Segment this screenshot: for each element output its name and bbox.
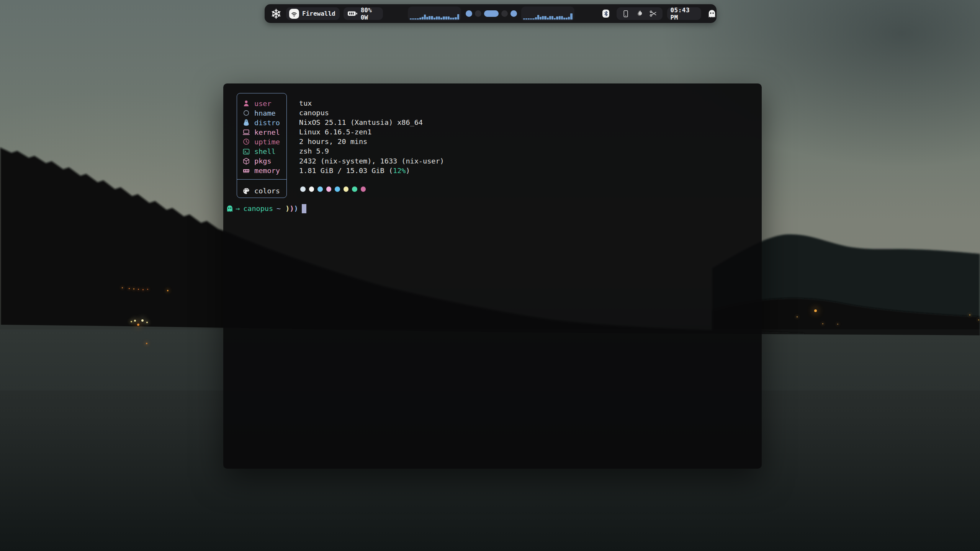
firewall-label: Firewalld bbox=[302, 10, 335, 17]
bluetooth-button[interactable] bbox=[602, 10, 610, 18]
cpu-graph-module[interactable] bbox=[408, 7, 461, 21]
firewall-module[interactable]: Firewalld bbox=[286, 7, 340, 20]
workspace-1[interactable] bbox=[466, 10, 472, 17]
clock-module[interactable]: 05:43 PM bbox=[667, 7, 701, 20]
graph-bar bbox=[525, 18, 527, 20]
fastfetch-row-user: user bbox=[242, 99, 286, 108]
fastfetch-row-memory: memory bbox=[242, 166, 286, 175]
workspace-indicators bbox=[466, 10, 517, 17]
graph-bar bbox=[414, 18, 416, 20]
palette-dot-3 bbox=[317, 186, 323, 192]
palette-icon bbox=[242, 187, 250, 195]
prompt-chevrons: ))) bbox=[285, 204, 298, 213]
workspace-3-active[interactable] bbox=[484, 10, 499, 17]
fastfetch-value-pkgs: 2432 (nix-system), 1633 (nix-user) bbox=[299, 156, 444, 166]
value-part: 12% bbox=[393, 167, 406, 175]
user-icon bbox=[242, 100, 250, 107]
value-part: ) bbox=[406, 167, 410, 175]
fastfetch-value-kernel: Linux 6.16.5-zen1 bbox=[299, 127, 444, 137]
distant-light bbox=[167, 290, 169, 291]
distant-light bbox=[122, 287, 123, 288]
fastfetch-value-uptime: 2 hours, 20 mins bbox=[299, 137, 444, 146]
fastfetch-info-box: userhnamedistrokerneluptimeshellpkgsmemo… bbox=[237, 93, 287, 198]
workspace-2[interactable] bbox=[475, 10, 481, 17]
distant-light bbox=[146, 322, 148, 323]
prompt-host: canopus bbox=[243, 204, 273, 213]
battery-label: 80% 0W bbox=[361, 7, 379, 21]
battery-module[interactable]: 80% 0W bbox=[344, 7, 383, 20]
scissors-icon[interactable] bbox=[649, 10, 657, 18]
desktop: Firewalld 80% 0W 05:43 PM userhnamedistr… bbox=[0, 0, 980, 551]
graph-bar bbox=[438, 16, 440, 20]
graph-bar bbox=[419, 18, 421, 20]
package-icon bbox=[242, 157, 250, 165]
flame-icon[interactable] bbox=[635, 10, 643, 18]
fastfetch-value-distro: NixOS 25.11 (Xantusia) x86_64 bbox=[299, 118, 444, 127]
graph-bar bbox=[551, 16, 553, 20]
graph-bar bbox=[422, 17, 424, 20]
palette-dot-8 bbox=[361, 186, 366, 192]
ghost-icon[interactable] bbox=[707, 9, 717, 18]
distant-light bbox=[134, 320, 136, 322]
graph-bar bbox=[429, 16, 430, 20]
fastfetch-value-hname: canopus bbox=[299, 108, 444, 118]
graph-bar bbox=[410, 18, 412, 20]
graph-bar bbox=[544, 16, 546, 20]
fastfetch-row-shell: shell bbox=[242, 147, 286, 156]
graph-bar bbox=[426, 17, 428, 20]
palette-dot-4 bbox=[326, 186, 332, 192]
palette-dot-2 bbox=[309, 186, 314, 192]
wifi-shield-icon bbox=[289, 9, 299, 19]
clock-icon bbox=[242, 138, 250, 146]
fastfetch-label: pkgs bbox=[254, 156, 272, 166]
graph-bar bbox=[424, 15, 426, 20]
workspace-5[interactable] bbox=[510, 10, 517, 17]
graph-bar bbox=[434, 18, 435, 20]
graph-bar bbox=[443, 16, 445, 20]
snowflake-icon[interactable] bbox=[270, 8, 282, 20]
fastfetch-label: memory bbox=[254, 166, 280, 175]
distant-light bbox=[837, 324, 838, 325]
graph-bar bbox=[455, 17, 456, 20]
fastfetch-label: uptime bbox=[254, 137, 280, 147]
graph-bar bbox=[431, 16, 433, 20]
distant-light bbox=[137, 324, 139, 326]
terminal-icon bbox=[242, 148, 250, 155]
distant-light bbox=[147, 289, 148, 290]
distant-light bbox=[797, 316, 798, 317]
memory-graph-module[interactable] bbox=[521, 7, 574, 21]
fastfetch-label: distro bbox=[254, 118, 280, 128]
distant-light bbox=[142, 289, 144, 290]
graph-bar bbox=[452, 18, 454, 20]
graph-bar bbox=[532, 18, 534, 20]
graph-bar bbox=[542, 16, 544, 20]
phone-icon[interactable] bbox=[622, 10, 630, 18]
battery-icon bbox=[347, 10, 358, 18]
distant-light bbox=[146, 343, 147, 344]
distant-light bbox=[969, 314, 970, 316]
memory-icon bbox=[242, 167, 250, 175]
fastfetch-value-user: tux bbox=[299, 98, 444, 108]
colors-label: colors bbox=[254, 186, 280, 196]
fastfetch-separator bbox=[237, 179, 286, 180]
palette-dot-7 bbox=[352, 186, 357, 192]
terminal-window[interactable]: userhnamedistrokerneluptimeshellpkgsmemo… bbox=[223, 83, 762, 469]
graph-bar bbox=[523, 18, 525, 20]
graph-bar bbox=[412, 18, 414, 20]
prompt-arrow: → bbox=[236, 204, 240, 213]
prompt-path: ~ bbox=[276, 204, 281, 213]
status-bar: Firewalld 80% 0W 05:43 PM bbox=[265, 4, 717, 23]
shell-prompt[interactable]: → canopus ~ ))) bbox=[226, 204, 306, 214]
graph-bar bbox=[537, 15, 539, 20]
fastfetch-label-rows: userhnamedistrokerneluptimeshellpkgsmemo… bbox=[237, 93, 286, 175]
graph-bar bbox=[528, 18, 530, 20]
graph-bar bbox=[563, 18, 565, 20]
prompt-ghost-icon bbox=[226, 205, 234, 213]
graph-bar bbox=[440, 18, 442, 20]
distant-light bbox=[814, 309, 817, 312]
workspace-4[interactable] bbox=[501, 10, 508, 17]
graph-bar bbox=[568, 17, 570, 20]
prompt-chevron: ) bbox=[285, 204, 290, 213]
circle-icon bbox=[242, 109, 250, 117]
clock-label: 05:43 PM bbox=[670, 7, 698, 21]
